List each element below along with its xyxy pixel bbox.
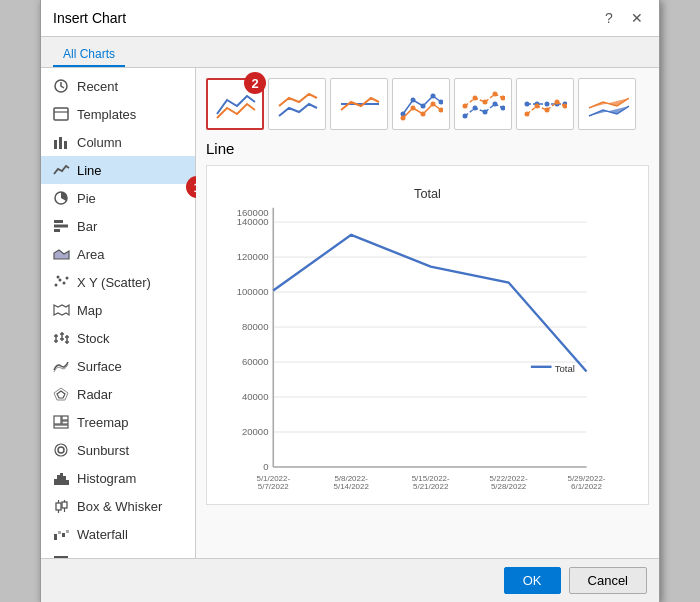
sidebar-label-boxwhisker: Box & Whisker: [77, 499, 162, 514]
help-button[interactable]: ?: [599, 8, 619, 28]
chart-type-line-markers[interactable]: [392, 78, 450, 130]
sidebar-item-waterfall[interactable]: Waterfall: [41, 520, 195, 548]
svg-point-61: [411, 106, 416, 111]
preview-area: Total 0 20000 40000 60000 80000 100000 1…: [206, 165, 649, 505]
title-bar-right: ? ✕: [599, 8, 647, 28]
chart-section-title: Line: [206, 140, 649, 157]
dialog-title: Insert Chart: [53, 10, 126, 26]
sunburst-icon: [51, 442, 71, 458]
recent-icon: [51, 78, 71, 94]
cancel-button[interactable]: Cancel: [569, 567, 647, 594]
box-icon: [51, 498, 71, 514]
svg-rect-46: [62, 533, 65, 537]
radar-icon: [51, 386, 71, 402]
sidebar-item-boxwhisker[interactable]: Box & Whisker: [41, 492, 195, 520]
line-icon: [51, 162, 71, 178]
svg-point-67: [483, 110, 488, 115]
sidebar-label-xy: X Y (Scatter): [77, 275, 151, 290]
sidebar-item-stock[interactable]: Stock: [41, 324, 195, 352]
svg-rect-41: [62, 502, 67, 508]
histogram-icon: [51, 470, 71, 486]
templates-icon: [51, 106, 71, 122]
waterfall-icon: [51, 526, 71, 542]
sidebar-label-sunburst: Sunburst: [77, 443, 129, 458]
svg-rect-8: [54, 225, 68, 228]
svg-rect-28: [62, 416, 68, 420]
svg-text:60000: 60000: [242, 356, 269, 367]
svg-point-12: [59, 279, 62, 282]
svg-point-66: [473, 106, 478, 111]
sidebar-item-pie[interactable]: Pie: [41, 184, 195, 212]
svg-point-72: [483, 100, 488, 105]
chart-type-100-stacked-line[interactable]: [330, 78, 388, 130]
scatter-icon: [51, 274, 71, 290]
chart-type-3d-line[interactable]: [578, 78, 636, 130]
sidebar: Recent Templates Column Li: [41, 68, 196, 558]
svg-point-78: [545, 102, 550, 107]
insert-chart-dialog: Insert Chart ? ✕ All Charts 1 Recent: [40, 0, 660, 602]
svg-point-31: [58, 447, 64, 453]
sidebar-label-stock: Stock: [77, 331, 110, 346]
sidebar-item-histogram[interactable]: Histogram: [41, 464, 195, 492]
sidebar-item-funnel[interactable]: Funnel: [41, 548, 195, 558]
svg-text:40000: 40000: [242, 391, 269, 402]
chart-type-100-stacked-line-markers[interactable]: [516, 78, 574, 130]
svg-rect-1: [54, 108, 68, 120]
footer: OK Cancel: [41, 558, 659, 602]
sidebar-item-radar[interactable]: Radar: [41, 380, 195, 408]
svg-text:5/21/2022: 5/21/2022: [413, 482, 449, 491]
svg-point-32: [55, 444, 67, 456]
sidebar-item-recent[interactable]: Recent: [41, 72, 195, 100]
sidebar-label-templates: Templates: [77, 107, 136, 122]
svg-point-65: [463, 114, 468, 119]
dialog-body: 1 Recent Templates Col: [41, 68, 659, 558]
svg-rect-7: [54, 220, 63, 223]
svg-rect-9: [54, 229, 60, 232]
svg-rect-34: [57, 475, 60, 485]
svg-rect-5: [64, 141, 67, 149]
chart-type-stacked-line-markers[interactable]: [454, 78, 512, 130]
sidebar-item-column[interactable]: Column: [41, 128, 195, 156]
title-bar-left: Insert Chart: [53, 10, 126, 26]
sidebar-item-surface[interactable]: Surface: [41, 352, 195, 380]
sidebar-item-bar[interactable]: Bar: [41, 212, 195, 240]
svg-point-82: [535, 104, 540, 109]
svg-text:5/14/2022: 5/14/2022: [334, 482, 370, 491]
sidebar-item-area[interactable]: Area: [41, 240, 195, 268]
ok-button[interactable]: OK: [504, 567, 561, 594]
sidebar-label-line: Line: [77, 163, 102, 178]
sidebar-label-funnel: Funnel: [77, 555, 117, 559]
svg-text:5/7/2022: 5/7/2022: [258, 482, 289, 491]
svg-rect-86: [221, 176, 634, 494]
svg-text:80000: 80000: [242, 321, 269, 332]
sidebar-label-map: Map: [77, 303, 102, 318]
svg-rect-4: [59, 137, 62, 149]
sidebar-item-templates[interactable]: Templates: [41, 100, 195, 128]
sidebar-label-radar: Radar: [77, 387, 112, 402]
svg-point-84: [555, 100, 560, 105]
sidebar-item-treemap[interactable]: Treemap: [41, 408, 195, 436]
svg-rect-36: [63, 476, 66, 485]
svg-text:6/1/2022: 6/1/2022: [571, 482, 602, 491]
svg-rect-35: [60, 473, 63, 485]
svg-rect-37: [66, 480, 69, 485]
sidebar-item-map[interactable]: Map: [41, 296, 195, 324]
svg-point-62: [421, 112, 426, 117]
svg-point-68: [493, 102, 498, 107]
badge-2: 2: [244, 72, 266, 94]
svg-rect-44: [54, 534, 57, 540]
svg-rect-27: [54, 416, 61, 424]
close-button[interactable]: ✕: [627, 8, 647, 28]
svg-rect-38: [56, 503, 61, 510]
sidebar-item-xy[interactable]: X Y (Scatter): [41, 268, 195, 296]
content-area: 2: [196, 68, 659, 558]
map-icon: [51, 302, 71, 318]
svg-rect-30: [54, 425, 68, 428]
tab-all-charts[interactable]: All Charts: [53, 43, 125, 67]
chart-type-stacked-line[interactable]: [268, 78, 326, 130]
sidebar-item-sunburst[interactable]: Sunburst: [41, 436, 195, 464]
svg-text:140000: 140000: [237, 216, 269, 227]
svg-text:Total: Total: [555, 363, 575, 374]
svg-text:20000: 20000: [242, 426, 269, 437]
sidebar-item-line[interactable]: Line: [41, 156, 195, 184]
